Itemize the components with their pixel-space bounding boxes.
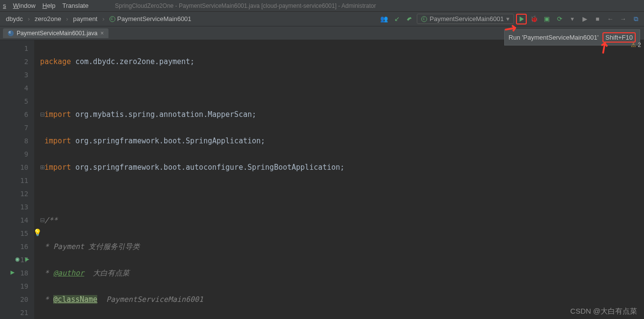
breadcrumb: dbydc › zero2one › payment › PaymentServ… <box>3 14 194 23</box>
breadcrumb-item[interactable]: dbydc <box>3 14 26 23</box>
menu-help[interactable]: Help <box>43 2 56 9</box>
gutter-run-icon[interactable]: ▶ <box>22 252 29 259</box>
menu-translate[interactable]: Translate <box>63 2 89 9</box>
nav-bar: dbydc › zero2one › payment › PaymentServ… <box>0 12 644 26</box>
class-icon <box>109 16 115 22</box>
close-icon[interactable]: × <box>100 30 104 37</box>
watermark: CSDN @大白有点菜 <box>570 307 637 316</box>
breadcrumb-item[interactable]: payment <box>70 14 101 23</box>
menu-shortcut[interactable]: s <box>3 2 6 9</box>
coverage-button[interactable]: ▣ <box>541 14 552 24</box>
menu-bar: s WWindowindow Help Translate SpringClou… <box>0 0 644 12</box>
attach-button[interactable]: ▾ <box>567 14 578 24</box>
back-button[interactable]: ← <box>605 14 616 24</box>
gutter-bean-icon[interactable]: ◉ <box>13 252 20 259</box>
code-area[interactable]: package com.dbydc.zero2one.payment; ⊟imp… <box>34 40 644 319</box>
forward-button[interactable]: → <box>618 14 628 24</box>
chevron-right-icon: › <box>102 15 104 23</box>
warning-icon: ⚠ <box>631 42 636 48</box>
vcs-arrow-icon[interactable]: ↙ <box>391 14 402 24</box>
inspection-status[interactable]: ⚠ 2 <box>631 42 641 48</box>
breadcrumb-label: PaymentServiceMain6001 <box>117 15 192 23</box>
editor-tab[interactable]: PaymentServiceMain6001.java × <box>3 28 108 38</box>
run-config-select[interactable]: PaymentServiceMain6001 ▾ <box>417 14 514 24</box>
gutter-run-icon[interactable]: ▶ <box>8 266 15 273</box>
breadcrumb-item-class[interactable]: PaymentServiceMain6001 <box>107 14 194 23</box>
breadcrumb-item[interactable]: zero2one <box>32 14 64 23</box>
window-title: SpringCloudZero2One - PaymentServiceMain… <box>115 2 376 9</box>
menu-window[interactable]: WWindowindow <box>13 2 36 9</box>
code-editor[interactable]: 1 2 3 4 5 6 7 8 9 10 11 12 13 14 15 16 1… <box>0 40 644 319</box>
warning-count: 2 <box>638 42 641 48</box>
tooltip-shortcut: Shift+F10 <box>602 32 636 43</box>
debug-button[interactable]: 🐞 <box>529 14 539 24</box>
run-config-label: PaymentServiceMain6001 <box>429 15 504 23</box>
chevron-right-icon: › <box>28 15 30 23</box>
tab-label: PaymentServiceMain6001.java <box>17 30 97 37</box>
chevron-right-icon: › <box>66 15 68 23</box>
build-button[interactable] <box>404 14 415 24</box>
tooltip-text: Run 'PaymentServiceMain6001' <box>509 34 599 41</box>
gutter: 1 2 3 4 5 6 7 8 9 10 11 12 13 14 15 16 1… <box>0 40 34 319</box>
profile-button[interactable]: ⟳ <box>554 14 565 24</box>
users-icon[interactable]: 👥 <box>379 14 389 24</box>
java-class-icon <box>8 30 14 36</box>
run-tooltip: Run 'PaymentServiceMain6001' Shift+F10 <box>504 29 640 46</box>
spring-icon <box>421 16 427 22</box>
search-everywhere-button[interactable]: ⧉ <box>630 14 641 24</box>
rerun-button[interactable]: ▶ <box>580 14 590 24</box>
stop-button[interactable]: ■ <box>592 14 603 24</box>
